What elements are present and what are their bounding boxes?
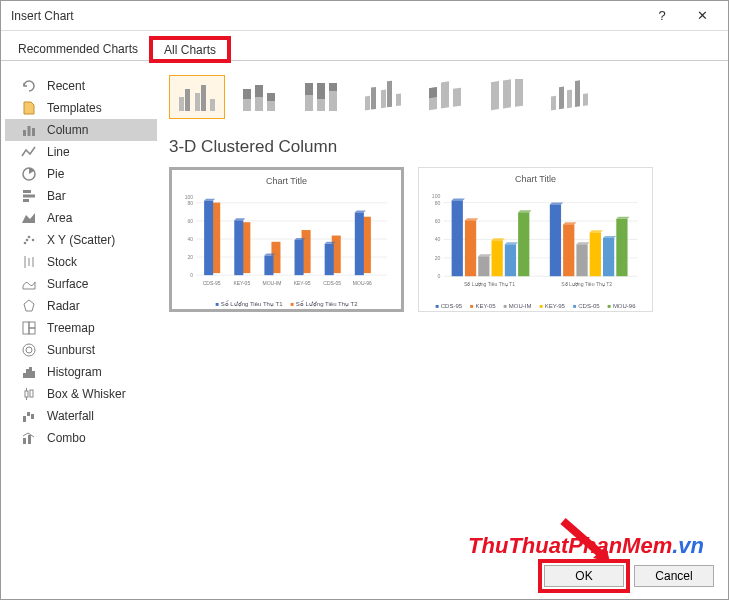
svg-rect-53 [387, 81, 392, 108]
histogram-icon [21, 364, 37, 380]
tab-all-charts[interactable]: All Charts [151, 38, 229, 61]
cancel-button[interactable]: Cancel [634, 565, 714, 587]
subtype-stacked-column[interactable] [231, 75, 287, 119]
svg-marker-80 [204, 199, 215, 201]
svg-text:0: 0 [190, 272, 193, 278]
subtype-clustered-column[interactable] [169, 75, 225, 119]
svg-rect-125 [550, 204, 561, 276]
svg-rect-54 [396, 93, 401, 106]
svg-rect-121 [505, 244, 516, 276]
svg-rect-15 [23, 322, 29, 334]
sunburst-icon [21, 342, 37, 358]
svg-rect-17 [29, 328, 35, 334]
sidebar-item-label: Area [47, 211, 72, 225]
svg-text:Số Lượng Tiêu Thụ T1: Số Lượng Tiêu Thụ T1 [464, 281, 515, 287]
svg-rect-36 [201, 85, 206, 111]
sidebar-item-histogram[interactable]: Histogram [5, 361, 157, 383]
svg-text:CDS-05: CDS-05 [323, 280, 341, 286]
svg-rect-59 [491, 81, 499, 110]
svg-text:40: 40 [187, 236, 193, 242]
bar-icon [21, 188, 37, 204]
svg-text:KEY-95: KEY-95 [294, 280, 311, 286]
svg-rect-57 [441, 81, 449, 108]
svg-point-9 [32, 239, 35, 242]
svg-rect-60 [503, 79, 511, 108]
window-title: Insert Chart [11, 9, 642, 23]
subtype-name-label: 3-D Clustered Column [169, 137, 712, 157]
sidebar-item-label: Combo [47, 431, 86, 445]
svg-point-19 [26, 347, 32, 353]
sidebar-item-stock[interactable]: Stock [5, 251, 157, 273]
sidebar-item-pie[interactable]: Pie [5, 163, 157, 185]
sidebar-item-surface[interactable]: Surface [5, 273, 157, 295]
sidebar-item-label: Histogram [47, 365, 102, 379]
svg-rect-113 [452, 200, 463, 276]
svg-text:100: 100 [432, 194, 441, 200]
svg-rect-21 [26, 369, 29, 378]
sidebar-item-recent[interactable]: Recent [5, 75, 157, 97]
svg-rect-52 [381, 89, 386, 108]
svg-rect-24 [25, 391, 28, 397]
subtype-3d-100-stacked-column[interactable] [479, 75, 535, 119]
svg-point-8 [28, 236, 31, 239]
tab-recommended-charts[interactable]: Recommended Charts [5, 37, 151, 60]
preview-legend: Số Lượng Tiêu Thụ T1 Số Lượng Tiêu Thụ T… [215, 300, 357, 307]
svg-rect-49 [329, 83, 337, 91]
sidebar-item-line[interactable]: Line [5, 141, 157, 163]
svg-rect-20 [23, 373, 26, 378]
svg-rect-23 [32, 371, 35, 378]
svg-text:40: 40 [435, 236, 441, 242]
main-panel: 3-D Clustered Column Chart Title 0204060… [161, 61, 728, 559]
sidebar-item-waterfall[interactable]: Waterfall [5, 405, 157, 427]
sidebar-item-treemap[interactable]: Treemap [5, 317, 157, 339]
subtype-3d-stacked-column[interactable] [417, 75, 473, 119]
subtype-100-stacked-column[interactable] [293, 75, 349, 119]
svg-marker-120 [492, 238, 505, 240]
svg-marker-126 [550, 202, 563, 204]
sidebar-item-templates[interactable]: Templates [5, 97, 157, 119]
sidebar-item-label: Line [47, 145, 70, 159]
sidebar-item-combo[interactable]: Combo [5, 427, 157, 449]
svg-rect-33 [179, 97, 184, 111]
sidebar-item-column[interactable]: Column [5, 119, 157, 141]
svg-rect-1 [28, 126, 31, 136]
area-icon [21, 210, 37, 226]
chart-preview-1[interactable]: Chart Title 020406080100 CDS-95KEY-05MOU… [169, 167, 404, 312]
subtype-3d-column[interactable] [541, 75, 597, 119]
svg-rect-37 [210, 99, 215, 111]
help-button[interactable]: ? [642, 3, 682, 29]
sidebar-item-sunburst[interactable]: Sunburst [5, 339, 157, 361]
svg-marker-130 [576, 242, 589, 244]
combo-icon [21, 430, 37, 446]
sidebar-item-label: Box & Whisker [47, 387, 126, 401]
sidebar-item-bar[interactable]: Bar [5, 185, 157, 207]
sidebar-item-box-whisker[interactable]: Box & Whisker [5, 383, 157, 405]
svg-marker-95 [355, 210, 366, 212]
svg-text:60: 60 [435, 218, 441, 224]
svg-rect-41 [255, 85, 263, 97]
svg-text:CDS-95: CDS-95 [203, 280, 221, 286]
sidebar-item-radar[interactable]: Radar [5, 295, 157, 317]
svg-rect-79 [204, 201, 213, 275]
svg-marker-128 [563, 222, 576, 224]
preview-title: Chart Title [515, 174, 556, 184]
waterfall-icon [21, 408, 37, 424]
svg-marker-124 [518, 210, 531, 212]
ok-button[interactable]: OK [544, 565, 624, 587]
chart-preview-2[interactable]: Chart Title 020406080100 Số Lượng Tiêu T… [418, 167, 653, 312]
sidebar-item-scatter[interactable]: X Y (Scatter) [5, 229, 157, 251]
svg-rect-56 [429, 87, 437, 98]
svg-rect-35 [195, 93, 200, 111]
svg-rect-119 [492, 240, 503, 276]
svg-rect-62 [551, 96, 556, 111]
recent-icon [21, 78, 37, 94]
svg-rect-50 [365, 96, 370, 111]
svg-rect-27 [30, 390, 33, 397]
close-button[interactable]: ✕ [682, 3, 722, 29]
svg-text:100: 100 [185, 194, 194, 200]
sidebar-item-area[interactable]: Area [5, 207, 157, 229]
svg-rect-123 [518, 212, 529, 276]
surface-icon [21, 276, 37, 292]
subtype-3d-clustered-column[interactable] [355, 75, 411, 119]
svg-rect-45 [305, 83, 313, 95]
